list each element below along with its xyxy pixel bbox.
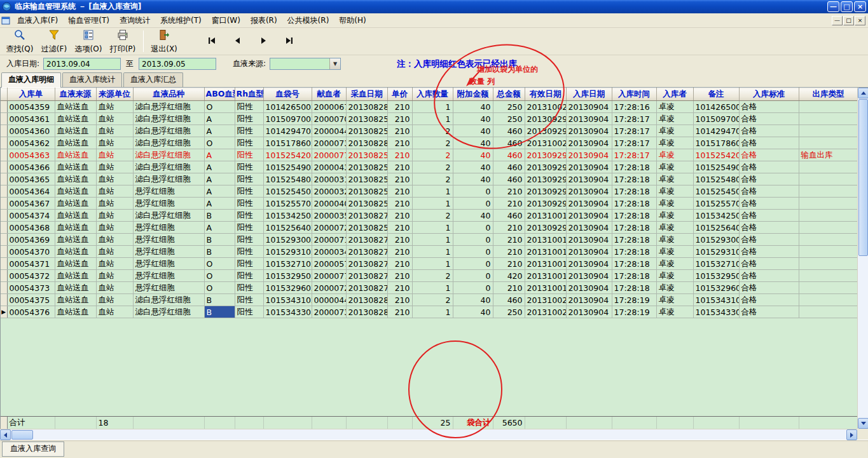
cell[interactable]: 血站 bbox=[96, 137, 133, 149]
cell[interactable]: 460 bbox=[493, 173, 525, 185]
cell[interactable]: 20130904 bbox=[566, 198, 612, 210]
cell[interactable]: 40 bbox=[453, 137, 493, 149]
cell[interactable]: 1015329602 bbox=[263, 282, 312, 294]
cell[interactable]: 20130904 bbox=[566, 222, 612, 234]
cell[interactable]: 悬浮红细胞 bbox=[133, 246, 204, 258]
cell[interactable]: 1015254202 bbox=[263, 149, 312, 161]
cell[interactable]: 20130929 bbox=[525, 185, 566, 198]
cell[interactable]: 滤白悬浮红细胞 bbox=[133, 149, 204, 161]
cell[interactable]: 滤白悬浮红细胞 bbox=[133, 306, 204, 318]
cell[interactable]: O bbox=[204, 282, 235, 294]
column-header-14[interactable]: 入库日期 bbox=[566, 88, 612, 101]
cell[interactable]: 1 bbox=[412, 101, 453, 113]
cell[interactable]: 20130825 bbox=[346, 113, 387, 125]
cell[interactable]: 1015293100 bbox=[693, 246, 739, 258]
cell[interactable]: 00054376 bbox=[7, 306, 55, 318]
cell[interactable] bbox=[799, 173, 857, 185]
cell[interactable]: 20131001 bbox=[525, 282, 566, 294]
cell[interactable]: 悬浮红细胞 bbox=[133, 234, 204, 246]
cell[interactable]: 血站 bbox=[96, 149, 133, 161]
cell[interactable]: 2000071 bbox=[312, 234, 346, 246]
cell[interactable]: 卓凌 bbox=[656, 161, 693, 173]
cell[interactable]: 17:28:17 bbox=[612, 125, 656, 137]
cell[interactable]: A bbox=[204, 125, 235, 137]
cell[interactable] bbox=[799, 306, 857, 318]
cell[interactable]: 20130827 bbox=[346, 234, 387, 246]
cell[interactable]: 滤白悬浮红细胞 bbox=[133, 161, 204, 173]
cell[interactable]: 血站 bbox=[96, 198, 133, 210]
cell[interactable]: 卓凌 bbox=[656, 101, 693, 113]
cell[interactable]: 20130828 bbox=[346, 101, 387, 113]
cell[interactable]: 阳性 bbox=[235, 270, 263, 282]
cell[interactable] bbox=[799, 125, 857, 137]
cell[interactable]: 17:28:18 bbox=[612, 198, 656, 210]
cell[interactable]: 17:28:18 bbox=[612, 234, 656, 246]
cell[interactable]: 滤白悬浮红细胞 bbox=[133, 173, 204, 185]
cell[interactable]: 20130825 bbox=[346, 173, 387, 185]
cell[interactable]: 2 bbox=[412, 270, 453, 282]
cell[interactable]: 20130904 bbox=[566, 306, 612, 318]
cell[interactable]: 1015343102 bbox=[263, 294, 312, 306]
cell[interactable]: 17:28:18 bbox=[612, 222, 656, 234]
cell[interactable]: 00054364 bbox=[7, 185, 55, 198]
cell[interactable]: 17:28:18 bbox=[612, 173, 656, 185]
cell[interactable]: 卓凌 bbox=[656, 234, 693, 246]
cell[interactable]: 卓凌 bbox=[656, 137, 693, 149]
cell[interactable]: 20131001 bbox=[525, 258, 566, 270]
cell[interactable]: 210 bbox=[493, 282, 525, 294]
cell[interactable]: 1014294700 bbox=[693, 125, 739, 137]
column-header-7[interactable]: 献血者 bbox=[312, 88, 346, 101]
cell[interactable]: 00054369 bbox=[7, 234, 55, 246]
column-header-1[interactable]: 血液来源 bbox=[55, 88, 96, 101]
cell[interactable]: 滤白悬浮红细胞 bbox=[133, 125, 204, 137]
menu-item-system[interactable]: 系统维护(T) bbox=[155, 13, 207, 28]
cell[interactable]: 阳性 bbox=[235, 125, 263, 137]
cell[interactable]: 17:28:18 bbox=[612, 161, 656, 173]
cell[interactable]: 2 bbox=[412, 294, 453, 306]
cell[interactable]: 20130825 bbox=[346, 222, 387, 234]
cell[interactable]: 17:28:17 bbox=[612, 149, 656, 161]
cell[interactable]: 420 bbox=[493, 270, 525, 282]
cell[interactable]: 卓凌 bbox=[656, 125, 693, 137]
cell[interactable]: 1015097000 bbox=[693, 113, 739, 125]
cell[interactable]: 合格 bbox=[739, 173, 799, 185]
cell[interactable]: 血站送血 bbox=[55, 246, 96, 258]
cell[interactable]: 血站 bbox=[96, 101, 133, 113]
cell[interactable]: 0 bbox=[453, 258, 493, 270]
cell[interactable]: 阳性 bbox=[235, 222, 263, 234]
cell[interactable]: 2000077 bbox=[312, 270, 346, 282]
column-header-8[interactable]: 采血日期 bbox=[346, 88, 387, 101]
cell[interactable]: 0 bbox=[453, 270, 493, 282]
cell[interactable]: 合格 bbox=[739, 137, 799, 149]
cell[interactable]: 20130904 bbox=[566, 270, 612, 282]
cell[interactable]: 2000072 bbox=[312, 222, 346, 234]
cell[interactable]: 1 bbox=[412, 306, 453, 318]
column-header-17[interactable]: 备注 bbox=[693, 88, 739, 101]
cell[interactable]: 210 bbox=[387, 210, 412, 222]
cell[interactable]: 20130827 bbox=[346, 210, 387, 222]
cell[interactable]: 1015293102 bbox=[263, 246, 312, 258]
window-close-icon[interactable]: × bbox=[854, 1, 866, 12]
cell[interactable]: 卓凌 bbox=[656, 282, 693, 294]
cell[interactable]: 20130904 bbox=[566, 161, 612, 173]
cell[interactable]: 血站送血 bbox=[55, 149, 96, 161]
cell[interactable]: 00054370 bbox=[7, 246, 55, 258]
cell[interactable] bbox=[799, 101, 857, 113]
scroll-up-icon[interactable] bbox=[858, 88, 868, 98]
cell[interactable]: 卓凌 bbox=[656, 306, 693, 318]
cell[interactable]: 1014294702 bbox=[263, 125, 312, 137]
cell[interactable]: 1015293000 bbox=[693, 234, 739, 246]
cell[interactable]: 阳性 bbox=[235, 294, 263, 306]
cell[interactable]: 20130827 bbox=[346, 246, 387, 258]
cell[interactable]: 2000070 bbox=[312, 113, 346, 125]
cell[interactable] bbox=[799, 185, 857, 198]
cell[interactable]: 20131002 bbox=[525, 294, 566, 306]
cell[interactable]: 血站送血 bbox=[55, 210, 96, 222]
print-button[interactable]: 打印(P) bbox=[106, 29, 140, 54]
cell[interactable]: 00054361 bbox=[7, 113, 55, 125]
menu-item-window[interactable]: 窗口(W) bbox=[207, 13, 245, 28]
cell[interactable]: A bbox=[204, 161, 235, 173]
cell[interactable]: 血站 bbox=[96, 185, 133, 198]
window-minimize-icon[interactable]: — bbox=[827, 1, 839, 12]
cell[interactable]: 2 bbox=[412, 137, 453, 149]
